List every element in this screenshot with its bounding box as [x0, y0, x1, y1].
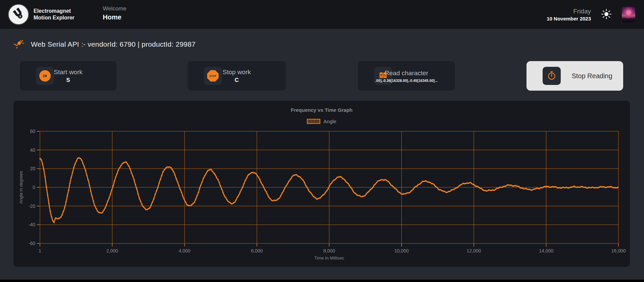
stop-reading-button[interactable]: Stop Reading — [526, 61, 623, 91]
sun-icon — [601, 8, 612, 21]
start-work-label: Start work — [20, 68, 117, 76]
skip-start-icon — [39, 70, 51, 82]
app-title: Electromagnet Motion Explorer — [34, 8, 75, 21]
serial-banner: Web Serial API :- vendorId: 6790 | produ… — [0, 29, 644, 50]
read-icon-tile — [374, 67, 392, 85]
start-work-key: S — [20, 77, 117, 84]
x-tick-label: 8,000 — [314, 248, 344, 253]
y-tick-label: -60 — [16, 241, 35, 246]
stop-reading-label: Stop Reading — [561, 72, 623, 80]
date-block: Friday 10 November 2023 — [547, 8, 591, 21]
read-character-data-preview: .00],-0.36[16328.00],-0.45[16345.00]... — [358, 79, 455, 83]
stop-sign-icon: STOP — [207, 70, 219, 82]
y-axis-title: Angle in degrees — [18, 171, 24, 204]
stop-work-label: Stop work — [188, 68, 286, 76]
usb-plug-icon — [13, 38, 24, 50]
day-label: Friday — [547, 8, 591, 15]
welcome-label: Welcome — [103, 5, 127, 12]
stopwatch-icon — [547, 70, 557, 82]
x-tick-label: 14,000 — [531, 248, 561, 253]
open-book-icon — [378, 70, 388, 82]
stop-icon-tile: STOP — [204, 67, 222, 85]
page-bottom-strip — [0, 280, 644, 282]
x-tick-label: 10,000 — [386, 248, 417, 253]
x-tick-label: 6,000 — [242, 248, 272, 253]
x-axis-title: Time In Millisec — [40, 255, 618, 261]
action-button-row: Start work S STOP Stop work C — [0, 61, 644, 91]
y-tick-label: -20 — [16, 203, 35, 209]
magnet-icon — [12, 7, 25, 22]
x-tick-label: 2,000 — [97, 248, 127, 253]
start-work-button[interactable]: Start work S — [20, 61, 117, 91]
chart-card: Frequency vs Time Graph Angle 6040200-20… — [13, 101, 630, 267]
app-logo — [8, 4, 29, 25]
chart-canvas — [13, 101, 630, 267]
x-tick-label: 4,000 — [170, 248, 200, 253]
stopwatch-icon-tile — [543, 67, 561, 85]
x-tick-label: 12,000 — [459, 248, 489, 253]
y-tick-label: -40 — [16, 222, 35, 227]
x-tick-label: 16,000 — [603, 248, 634, 253]
x-tick-label: 1 — [25, 248, 55, 253]
y-tick-label: 60 — [16, 129, 35, 134]
start-icon-tile — [36, 67, 54, 85]
theme-toggle-button[interactable] — [600, 8, 613, 21]
read-character-button[interactable]: Read character .00],-0.36[16328.00],-0.4… — [358, 61, 455, 91]
read-character-label: Read character — [358, 69, 455, 77]
serial-api-text: Web Serial API :- vendorId: 6790 | produ… — [31, 40, 195, 48]
stop-work-button[interactable]: STOP Stop work C — [188, 61, 286, 91]
app-header: Electromagnet Motion Explorer Welcome Ho… — [0, 0, 644, 29]
y-tick-label: 40 — [16, 147, 35, 153]
page-title: Home — [103, 13, 127, 21]
date-label: 10 November 2023 — [547, 16, 591, 21]
avatar[interactable] — [622, 7, 635, 22]
stop-work-key: C — [188, 77, 286, 84]
welcome-block: Welcome Home — [103, 5, 127, 21]
